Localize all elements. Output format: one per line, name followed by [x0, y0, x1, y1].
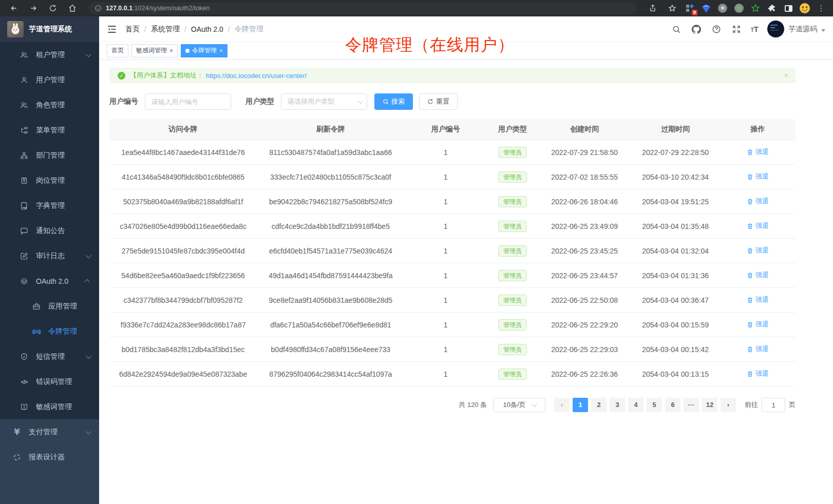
- page-ellipsis-button[interactable]: ···: [684, 398, 699, 412]
- next-page-button[interactable]: ›: [721, 398, 736, 412]
- trash-icon: [747, 247, 753, 254]
- extension-gem-icon[interactable]: [701, 3, 712, 14]
- page-size-select[interactable]: 10条/页: [493, 398, 545, 412]
- search-button[interactable]: 搜索: [374, 93, 413, 110]
- page-button-4[interactable]: 4: [628, 398, 643, 412]
- action-cell: 强退: [720, 239, 796, 263]
- help-icon[interactable]: [711, 24, 722, 35]
- browser-home-icon[interactable]: [65, 2, 80, 14]
- sidebar-item-tenant[interactable]: 租户管理: [0, 42, 99, 67]
- expire-time-cell: 2054-03-04 00:13:15: [631, 362, 720, 386]
- browser-reload-icon[interactable]: [45, 2, 61, 14]
- force-logout-button[interactable]: 强退: [747, 270, 769, 280]
- breadcrumb-oauth[interactable]: OAuth 2.0: [191, 25, 223, 33]
- breadcrumb-separator: /: [144, 25, 146, 33]
- extension-knot-icon[interactable]: ✳: [717, 3, 728, 14]
- page-button-3[interactable]: 3: [610, 398, 625, 412]
- force-logout-button[interactable]: 强退: [747, 295, 769, 304]
- sidebar-item-oauth-app[interactable]: 应用管理: [0, 294, 99, 319]
- extensions-puzzle-icon[interactable]: [766, 3, 778, 14]
- expire-time-cell: 2054-03-04 19:51:25: [631, 189, 720, 214]
- profile-emoji-icon[interactable]: [799, 3, 810, 14]
- sms-shield-icon: [20, 352, 29, 361]
- page-button-6[interactable]: 6: [665, 398, 680, 412]
- page-button-5[interactable]: 5: [647, 398, 662, 412]
- address-bar[interactable]: 127.0.0.1:1024/system/oauth2/token: [88, 2, 637, 14]
- sidebar-item-dept[interactable]: 部门管理: [0, 143, 99, 168]
- extension-record-icon[interactable]: [733, 3, 745, 14]
- breadcrumb-current: 令牌管理: [235, 25, 263, 34]
- avatar: [767, 21, 784, 37]
- access-token-cell: f9336e7c7dd242a283ee98dc86b17a87: [109, 313, 257, 337]
- tab-home[interactable]: 首页: [107, 44, 128, 57]
- sidebar-item-sms[interactable]: 短信管理: [0, 344, 99, 369]
- user-id-cell: 1: [404, 214, 486, 239]
- browser-back-icon[interactable]: [6, 2, 22, 14]
- force-logout-button[interactable]: 强退: [747, 147, 769, 157]
- sidebar-item-post[interactable]: 岗位管理: [0, 168, 99, 193]
- goto-page-input[interactable]: [762, 398, 785, 412]
- filter-form: 用户编号 用户类型 请选择用户类型 搜索 重置: [109, 93, 796, 110]
- force-logout-button[interactable]: 强退: [747, 369, 769, 378]
- prev-page-button[interactable]: ‹: [554, 398, 570, 412]
- force-logout-button[interactable]: 强退: [747, 320, 769, 329]
- close-icon[interactable]: ×: [169, 48, 173, 54]
- table-row: 54d6be82ee5a460a9aedc1f9bf223656 49d1aa4…: [109, 263, 796, 288]
- site-info-icon[interactable]: [94, 5, 102, 12]
- sidebar-item-sensitive-word[interactable]: 敏感词管理: [0, 394, 99, 419]
- sidebar-item-oauth-token[interactable]: ((A)) 令牌管理: [0, 319, 99, 344]
- search-icon[interactable]: [671, 24, 682, 35]
- app-briefcase-icon: [32, 302, 41, 311]
- sidebar-item-pay[interactable]: ¥ 支付管理: [0, 419, 99, 444]
- sidebar-item-role[interactable]: 角色管理: [0, 92, 99, 118]
- tags-view-bar: 首页 敏感词管理 × 令牌管理 ×: [99, 42, 833, 60]
- force-logout-button[interactable]: 强退: [747, 221, 769, 230]
- sidebar-item-audit-log[interactable]: 审计日志: [0, 243, 99, 268]
- user-id-input[interactable]: [145, 93, 231, 110]
- side-panel-icon[interactable]: [783, 3, 794, 14]
- sidebar-item-notice[interactable]: 通知公告: [0, 218, 99, 243]
- user-type-badge: 管理员: [498, 270, 527, 281]
- navbar-actions: TT 芋道源码: [671, 21, 825, 37]
- sidebar-item-menu[interactable]: 菜单管理: [0, 118, 99, 143]
- sidebar-system-group: 租户管理 用户管理 角色管理 菜单管理 部门管理: [0, 42, 99, 419]
- tab-token[interactable]: 令牌管理 ×: [181, 44, 228, 57]
- extension-star-icon[interactable]: [750, 3, 761, 14]
- page-button-12[interactable]: 12: [702, 398, 717, 412]
- bookmark-star-icon[interactable]: [665, 2, 680, 14]
- share-icon[interactable]: [645, 2, 660, 14]
- font-size-icon[interactable]: TT: [751, 25, 759, 33]
- col-access-token: 访问令牌: [109, 119, 257, 140]
- browser-forward-icon[interactable]: [26, 2, 41, 14]
- breadcrumb-home[interactable]: 首页: [125, 25, 140, 34]
- sidebar-item-user[interactable]: 用户管理: [0, 67, 99, 92]
- tab-sensitive-word[interactable]: 敏感词管理 ×: [131, 44, 178, 57]
- doc-link[interactable]: https://doc.iocoder.cn/user-center/: [206, 72, 307, 80]
- close-icon[interactable]: ×: [219, 48, 223, 54]
- sidebar-item-dict[interactable]: 字典管理: [0, 193, 99, 218]
- user-type-badge: 管理员: [498, 221, 527, 232]
- force-logout-button[interactable]: 强退: [747, 344, 769, 354]
- user-type-select[interactable]: 请选择用户类型: [281, 93, 367, 110]
- extension-squares-icon[interactable]: 9: [684, 3, 695, 14]
- github-icon[interactable]: [691, 24, 702, 35]
- sidebar-item-error-code[interactable]: </> 错误码管理: [0, 369, 99, 394]
- user-type-badge: 管理员: [498, 344, 527, 355]
- force-logout-button[interactable]: 强退: [747, 246, 769, 255]
- page-button-1[interactable]: 1: [573, 398, 588, 412]
- sidebar-fold-icon[interactable]: [107, 24, 117, 34]
- reset-button[interactable]: 重置: [419, 93, 458, 110]
- force-logout-button[interactable]: 强退: [747, 172, 769, 181]
- sidebar-item-label: 用户管理: [36, 75, 65, 85]
- alert-close-icon[interactable]: ×: [784, 72, 788, 79]
- user-menu[interactable]: 芋道源码: [767, 21, 825, 37]
- breadcrumb-system[interactable]: 系统管理: [151, 25, 180, 34]
- fullscreen-icon[interactable]: [731, 24, 742, 35]
- browser-menu-icon[interactable]: ⋮: [816, 3, 827, 14]
- page-button-2[interactable]: 2: [591, 398, 607, 412]
- chevron-up-icon: [84, 279, 90, 284]
- sidebar-item-oauth[interactable]: OAuth 2.0: [0, 268, 99, 294]
- force-logout-button[interactable]: 强退: [747, 197, 769, 206]
- sidebar-item-report-designer[interactable]: 报表设计器: [0, 444, 99, 470]
- create-time-cell: 2022-06-25 22:26:36: [538, 362, 631, 386]
